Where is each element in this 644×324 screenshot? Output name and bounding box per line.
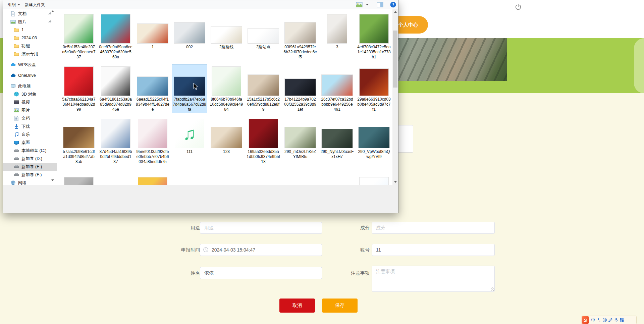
file-item[interactable]: ♫111 [172, 117, 207, 155]
file-item[interactable]: 1 [135, 12, 170, 50]
sidebar-scroll-down-icon[interactable] [51, 179, 54, 181]
campus-banner-photo [398, 38, 507, 81]
sidebar-item-视频[interactable]: 视频 [3, 98, 57, 106]
folder-icon [14, 35, 19, 41]
sidebar-item-下载[interactable]: 下载 [3, 122, 57, 130]
sidebar-item-WPS云盘[interactable]: WPS云盘 [3, 61, 57, 69]
power-icon[interactable] [515, 3, 522, 11]
scrollbar-thumb[interactable] [393, 31, 397, 88]
change-view-icon[interactable] [356, 2, 363, 7]
file-item[interactable]: 95eef01f3a292df5e0febbb7e07b4b6034a85edf… [135, 117, 170, 165]
file-item[interactable]: 169aa32eedd35a1dbb0fc9374e9b5f18 [246, 117, 281, 165]
help-icon[interactable]: ? [390, 2, 396, 8]
organize-menu[interactable]: 组织 [8, 2, 20, 8]
file-item[interactable]: 290_mOezLhKeZYfMIBtu [283, 117, 318, 160]
form-cancel-button[interactable]: 取消 [279, 299, 315, 313]
chinese-mode-icon[interactable]: 中 [590, 317, 596, 323]
file-item[interactable] [61, 170, 96, 185]
toolbox-icon[interactable] [619, 318, 625, 322]
sidebar-item-桌面[interactable]: 桌面 [3, 139, 57, 147]
file-item[interactable]: 5a7cbaa662134a736f4104edbad02d99 [61, 65, 96, 113]
sidebar-item-本地磁盘 (C:)[interactable]: 本地磁盘 (C:) [3, 147, 57, 155]
file-item[interactable]: 002 [172, 12, 207, 50]
new-folder-button[interactable]: 新建文件夹 [25, 2, 45, 8]
file-thumbnail [101, 67, 130, 96]
doc-icon [14, 116, 19, 121]
sidebar-item-新加卷 (F:)[interactable]: 新加卷 (F:) [3, 171, 57, 179]
drive-icon [14, 172, 19, 177]
sidebar-item-新加卷 (D:)[interactable]: 新加卷 (D:) [3, 155, 57, 163]
form-input-姓名[interactable] [200, 267, 322, 279]
form-input-注意事项[interactable] [372, 266, 495, 292]
file-item[interactable]: 0e5b1f53e48c207a6c3a8e90eeaea737 [61, 12, 96, 60]
file-item[interactable] [135, 170, 170, 185]
sidebar-item-文档[interactable]: 文档 [3, 10, 57, 18]
sidebar-scroll-up-icon[interactable] [51, 10, 54, 12]
form-save-button[interactable]: 保存 [322, 299, 358, 313]
file-thumbnail [285, 22, 316, 43]
file-item[interactable]: 3 [320, 12, 355, 50]
file-item[interactable]: 6a4f31861c63a8a85d9dd374d82b946e [98, 65, 133, 113]
form-input-申报时间[interactable] [200, 244, 322, 256]
views-dropdown-caret-icon[interactable] [366, 4, 369, 5]
file-item[interactable]: 2路路线 [209, 12, 244, 50]
banner-green-swoosh [634, 38, 644, 93]
file-item[interactable]: 03f961a942957fe6b32d070dcdee6cf5 [283, 12, 318, 60]
file-item[interactable] [98, 170, 133, 185]
sidebar-item-1[interactable]: 1 [3, 26, 57, 34]
file-item[interactable]: ◔ [357, 170, 391, 185]
file-item[interactable]: 29a8e663910cd03b0be405ac3d97c7f1 [357, 65, 391, 113]
sidebar-item-2024-03[interactable]: 2024-03 [3, 34, 57, 42]
file-item[interactable]: 4e6708c3472e5ea1e142335ea1c778b1 [357, 12, 391, 60]
file-item[interactable]: 290_NyhLfZ3uasFx1xH7 [320, 117, 355, 160]
textarea-resize-grip[interactable] [491, 287, 494, 291]
file-grid-scrollbar[interactable] [392, 9, 398, 185]
file-thumbnail [327, 14, 347, 43]
file-item[interactable]: 15a1c5217b5c6c20ef65f9cd8812e8f9 [246, 65, 281, 113]
file-item[interactable]: 26c37ef07ca32bdbbbb9e6449256e491 [320, 65, 355, 113]
form-input-用途[interactable] [200, 222, 322, 234]
file-item[interactable]: 7fabdfb2a47eb6a7d4ba6a567c82d8fa [172, 65, 207, 113]
file-item[interactable]: 87d45d4aa16f39b0d2bf7f9dddbed137 [98, 117, 133, 165]
form-field-姓名 [200, 267, 322, 279]
scroll-down-icon[interactable] [392, 179, 398, 185]
file-item[interactable]: 6aead15225c04f18349b44ff14827dee [135, 65, 170, 113]
sidebar-item-3D 对象[interactable]: 3D 对象 [3, 90, 57, 98]
file-name: 111 [172, 149, 207, 154]
sidebar-item-网络[interactable]: 网络 [3, 179, 57, 185]
file-item[interactable]: 8f6646b70b946fa10dc5b6e89c8e4984 [209, 65, 244, 113]
preview-pane-icon[interactable] [377, 2, 383, 7]
mic-icon[interactable] [613, 318, 619, 322]
sidebar-item-音乐[interactable]: 音乐 [3, 130, 57, 139]
sidebar-item-此电脑[interactable]: 此电脑 [3, 82, 57, 90]
file-item[interactable] [283, 170, 318, 185]
sidebar-item-演示专用[interactable]: 演示专用 [3, 50, 57, 58]
file-name: 169aa32eedd35a1dbb0fc9374e9b5f18 [246, 149, 281, 164]
sidebar-item-图片[interactable]: 图片 [3, 106, 57, 114]
file-grid: 0e5b1f53e48c207a6c3a8e90eeaea7370ee87a9a… [57, 9, 392, 185]
file-item[interactable]: 123 [209, 117, 244, 155]
file-item[interactable]: 2路站点 [246, 12, 281, 50]
form-label-注意事项: 注意事项 [333, 267, 370, 279]
sogou-logo-icon[interactable]: S [582, 316, 589, 324]
form-input-账号[interactable] [372, 244, 495, 256]
file-item[interactable]: 17b41224b9a70206f32552a39c8d91ef [283, 65, 318, 113]
file-item[interactable] [320, 170, 355, 185]
sidebar-item-OneDrive[interactable]: OneDrive [3, 71, 57, 79]
sidebar-item-文档[interactable]: 文档 [3, 114, 57, 122]
file-item[interactable]: 290_VpWoot8mQwgYrVt9 [357, 117, 391, 160]
sidebar-item-新加卷 (E:)[interactable]: 新加卷 (E:) [3, 163, 57, 171]
file-item[interactable]: 57aac2b98e61cdfa1d3942d8527ab8ab [61, 117, 96, 165]
scroll-up-icon[interactable] [392, 9, 398, 15]
form-input-成分[interactable] [372, 222, 495, 234]
file-item[interactable] [209, 170, 244, 185]
emoji-icon[interactable] [602, 318, 607, 322]
file-thumbnail [359, 127, 389, 148]
sidebar-item-功能[interactable]: 功能 [3, 42, 57, 50]
file-name: 57aac2b98e61cdfa1d3942d8527ab8ab [61, 149, 96, 164]
punctuation-icon[interactable]: °, [596, 318, 602, 322]
file-item[interactable] [246, 170, 281, 185]
file-item[interactable]: 0ee87a9a89aa6ce4630702a620be560a [98, 12, 133, 60]
pencil-icon[interactable] [607, 318, 613, 322]
sidebar-item-图片[interactable]: 图片 [3, 18, 57, 26]
